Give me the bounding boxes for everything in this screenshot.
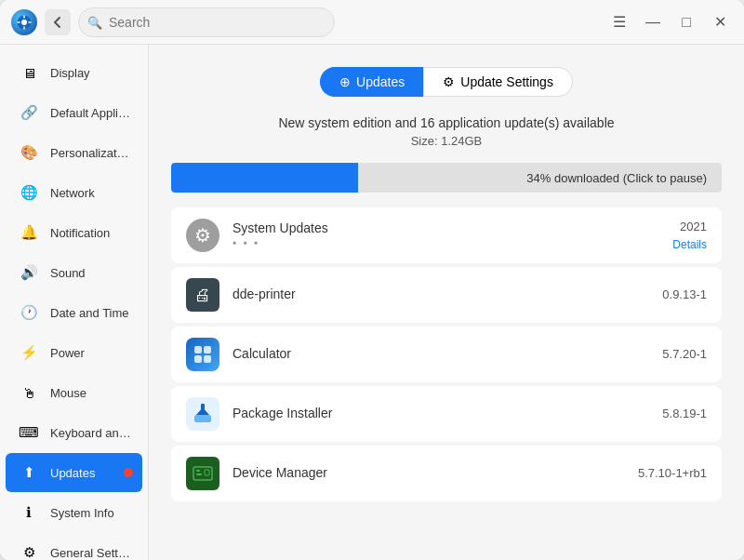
- app-logo: [11, 9, 37, 35]
- calculator-info: Calculator: [232, 346, 649, 363]
- titlebar: 🔍 ☰ — □ ✕: [0, 0, 744, 45]
- network-icon: 🌐: [17, 180, 41, 205]
- main-layout: 🖥Display🔗Default Applic...🎨Personalizati…: [0, 45, 744, 560]
- default-apps-icon: 🔗: [17, 100, 41, 125]
- progress-label: 34% downloaded (Click to pause): [526, 171, 707, 185]
- sidebar-label-keyboard: Keyboard and ...: [50, 426, 131, 440]
- app-item-calculator: Calculator 5.7.20-1: [171, 327, 722, 382]
- sidebar-item-power[interactable]: ⚡Power: [6, 333, 142, 372]
- svg-point-1: [21, 20, 27, 25]
- notification-icon: 🔔: [17, 220, 41, 245]
- menu-button[interactable]: ☰: [606, 9, 632, 35]
- sidebar-item-general[interactable]: ⚙General Settin...: [6, 533, 142, 560]
- sidebar-item-network[interactable]: 🌐Network: [6, 173, 142, 212]
- dde-printer-info: dde-printer: [232, 287, 649, 303]
- dde-printer-icon: 🖨: [186, 278, 219, 312]
- device-manager-version-col: 5.7.10-1+rb1: [638, 466, 707, 482]
- device-manager-icon: [186, 457, 219, 490]
- update-main-text: New system edition and 16 application up…: [171, 115, 722, 130]
- updates-tab-icon: ⊕: [339, 74, 351, 89]
- sidebar-item-sysinfo[interactable]: ℹSystem Info: [6, 493, 142, 532]
- sidebar-label-general: General Settin...: [50, 546, 131, 560]
- package-installer-name: Package Installer: [232, 406, 649, 420]
- system-updates-version-col: 2021 Details: [672, 220, 707, 252]
- dde-printer-version-col: 0.9.13-1: [662, 287, 707, 303]
- device-manager-info: Device Manager: [232, 465, 625, 482]
- package-installer-icon: [186, 397, 219, 431]
- settings-tab-icon: ⚙: [443, 74, 455, 89]
- settings-tab-label: Update Settings: [460, 74, 553, 89]
- update-size-text: Size: 1.24GB: [171, 134, 722, 148]
- sidebar-item-personalization[interactable]: 🎨Personalization: [6, 133, 142, 172]
- sidebar-item-datetime[interactable]: 🕐Date and Time: [6, 293, 142, 332]
- updates-icon: ⬆: [17, 460, 41, 485]
- system-updates-icon: ⚙: [186, 219, 219, 252]
- display-icon: 🖥: [17, 60, 41, 85]
- svg-rect-5: [204, 355, 211, 363]
- maximize-button[interactable]: □: [673, 9, 699, 35]
- power-icon: ⚡: [17, 340, 41, 365]
- progress-fill: [171, 163, 358, 193]
- minimize-button[interactable]: —: [640, 9, 666, 35]
- package-installer-version: 5.8.19-1: [662, 407, 707, 420]
- device-manager-version: 5.7.10-1+rb1: [638, 466, 707, 480]
- keyboard-icon: ⌨: [17, 420, 41, 445]
- search-input[interactable]: [78, 7, 335, 37]
- search-bar: 🔍: [78, 7, 335, 37]
- mouse-icon: 🖱: [17, 380, 41, 405]
- sidebar-label-sound: Sound: [50, 266, 86, 280]
- calculator-icon: [186, 338, 219, 371]
- sidebar-label-network: Network: [50, 186, 95, 200]
- svg-rect-12: [205, 470, 209, 475]
- system-updates-details-link[interactable]: Details: [672, 238, 707, 251]
- tab-updates[interactable]: ⊕ Updates: [320, 67, 423, 97]
- sound-icon: 🔊: [17, 260, 41, 285]
- updates-badge: [124, 468, 133, 477]
- app-item-system-updates: ⚙ System Updates • • • 2021 Details: [171, 207, 722, 263]
- system-updates-version: 2021: [672, 220, 707, 233]
- content-area: ⊕ Updates ⚙ Update Settings New system e…: [149, 45, 744, 560]
- tab-update-settings[interactable]: ⚙ Update Settings: [423, 67, 573, 97]
- app-item-dde-printer: 🖨 dde-printer 0.9.13-1: [171, 267, 722, 323]
- dde-printer-version: 0.9.13-1: [662, 287, 707, 301]
- datetime-icon: 🕐: [17, 300, 41, 325]
- sidebar-label-sysinfo: System Info: [50, 506, 114, 520]
- sidebar-item-mouse[interactable]: 🖱Mouse: [6, 373, 142, 412]
- window-controls: ☰ — □ ✕: [606, 9, 733, 35]
- system-updates-name: System Updates: [232, 220, 659, 235]
- sidebar-label-default-apps: Default Applic...: [50, 106, 131, 120]
- search-icon: 🔍: [87, 15, 102, 29]
- svg-rect-4: [194, 355, 202, 363]
- back-button[interactable]: [45, 9, 71, 35]
- device-manager-name: Device Manager: [232, 465, 625, 480]
- sidebar-label-personalization: Personalization: [50, 146, 131, 160]
- svg-rect-6: [194, 415, 211, 422]
- app-item-device-manager: Device Manager 5.7.10-1+rb1: [171, 446, 722, 501]
- sidebar: 🖥Display🔗Default Applic...🎨Personalizati…: [0, 45, 149, 560]
- calculator-name: Calculator: [232, 346, 649, 361]
- package-installer-info: Package Installer: [232, 406, 649, 422]
- sidebar-item-sound[interactable]: 🔊Sound: [6, 253, 142, 292]
- sidebar-label-notification: Notification: [50, 226, 110, 240]
- svg-rect-10: [196, 470, 200, 472]
- app-update-list: ⚙ System Updates • • • 2021 Details 🖨 dd…: [171, 207, 722, 501]
- app-item-package-installer: Package Installer 5.8.19-1: [171, 386, 722, 442]
- download-progress-bar[interactable]: 34% downloaded (Click to pause): [171, 163, 722, 193]
- sidebar-item-display[interactable]: 🖥Display: [6, 53, 142, 92]
- dde-printer-name: dde-printer: [232, 287, 649, 301]
- close-button[interactable]: ✕: [707, 9, 733, 35]
- sidebar-label-updates: Updates: [50, 466, 95, 480]
- sidebar-item-default-apps[interactable]: 🔗Default Applic...: [6, 93, 142, 132]
- package-installer-version-col: 5.8.19-1: [662, 407, 707, 422]
- general-icon: ⚙: [17, 540, 41, 560]
- sysinfo-icon: ℹ: [17, 500, 41, 525]
- sidebar-item-keyboard[interactable]: ⌨Keyboard and ...: [6, 413, 142, 452]
- sidebar-item-notification[interactable]: 🔔Notification: [6, 213, 142, 252]
- sidebar-label-mouse: Mouse: [50, 386, 86, 400]
- sidebar-label-datetime: Date and Time: [50, 306, 129, 320]
- sidebar-label-power: Power: [50, 346, 85, 360]
- system-updates-dots: • • •: [232, 237, 659, 250]
- sidebar-item-updates[interactable]: ⬆Updates: [6, 453, 142, 492]
- tab-bar: ⊕ Updates ⚙ Update Settings: [171, 67, 722, 97]
- personalization-icon: 🎨: [17, 140, 41, 165]
